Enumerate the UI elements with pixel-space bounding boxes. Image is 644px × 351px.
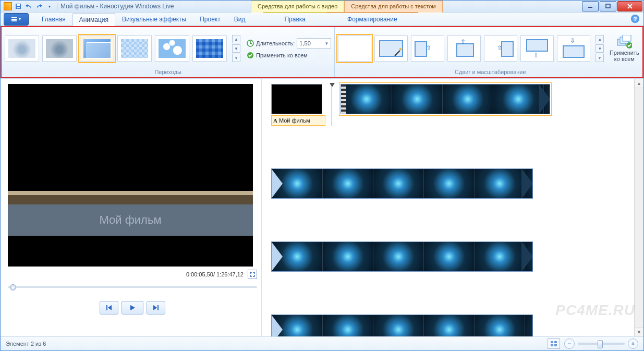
undo-icon[interactable] [25,2,33,10]
zoom-in-button[interactable]: + [628,338,638,349]
ribbon-tab-strip: Главная Анимация Визуальные эффекты Прое… [1,13,643,26]
panzoom-out-up[interactable]: ⇧ [520,35,554,62]
panzoom-in-left[interactable]: ⇧ [411,35,444,62]
clip-3[interactable] [271,241,533,272]
seek-knob[interactable] [10,284,16,291]
panzoom-auto[interactable] [374,35,408,62]
clip-1[interactable] [341,84,550,114]
scroll-down-icon[interactable]: ▼ [635,327,643,336]
duration-input[interactable]: 1,50 ▼ [297,38,331,49]
timeline-row-1: A Мой фильм [271,84,637,126]
tab-view[interactable]: Вид [227,13,252,26]
apply-all-icon [247,52,254,59]
group-pan-zoom: ⇧ ⇧ ⇧ ⇧ ⇩ ▲ ▼ ▾ Применить ко всем Сдвиг … [335,27,644,77]
tab-visual-effects[interactable]: Визуальные эффекты [115,13,193,26]
tab-project[interactable]: Проект [193,13,227,26]
gallery-more-icon[interactable]: ▾ [232,54,240,62]
close-button[interactable] [617,1,642,11]
transition-thumb-2[interactable] [42,35,77,62]
app-icon [4,2,12,10]
panzoom-none[interactable] [338,35,371,62]
group-label-panzoom: Сдвиг и масштабирование [338,68,642,76]
svg-rect-17 [554,341,557,343]
panzoom-out-down[interactable]: ⇩ [557,35,590,62]
svg-rect-5 [11,17,17,18]
fullscreen-button[interactable] [248,270,257,279]
gallery-up-icon[interactable]: ▲ [232,35,240,43]
contextual-tabs: Средства для работы с видео Средства для… [251,1,443,12]
maximize-button[interactable] [600,1,616,11]
apply-all-stack-icon [616,35,632,49]
play-button[interactable] [121,301,143,314]
gallery-more-icon[interactable]: ▾ [596,54,604,62]
svg-rect-16 [551,341,553,343]
svg-rect-18 [551,344,553,346]
clip-4[interactable] [271,314,533,336]
transition-thumb-6[interactable] [192,35,227,62]
file-menu-button[interactable] [4,13,29,26]
prev-frame-button[interactable] [100,301,118,314]
redo-icon[interactable] [35,2,43,10]
gallery-up-icon[interactable]: ▲ [596,35,604,43]
panzoom-in-right[interactable]: ⇧ [484,35,517,62]
preview-scene-band [8,191,253,195]
svg-rect-6 [11,19,17,20]
apply-all-panzoom[interactable]: Применить ко всем [606,35,642,62]
playback-controls [8,301,257,314]
tab-animation[interactable]: Анимация [72,13,115,26]
svg-rect-15 [157,305,159,310]
transition-thumb-selected[interactable] [80,35,114,62]
context-tab-video[interactable]: Средства для работы с видео [251,1,344,13]
timeline[interactable]: A Мой фильм [262,79,643,336]
zoom-out-button[interactable]: − [564,338,575,349]
workspace: Мой фильм 0:00:05,50/ 1:26:47,12 [1,78,643,336]
next-frame-button[interactable] [147,301,165,314]
quick-access-toolbar: ▾ [14,2,54,10]
transition-thumb-5[interactable] [155,35,189,62]
svg-rect-1 [17,4,20,6]
qat-more-icon[interactable]: ▾ [45,2,54,10]
svg-rect-14 [106,305,107,310]
status-text: Элемент 2 из 6 [6,341,46,347]
zoom-slider[interactable] [578,343,625,345]
tab-home[interactable]: Главная [35,13,72,26]
preview-pane: Мой фильм 0:00:05,50/ 1:26:47,12 [1,79,261,336]
title-clip-caption[interactable]: A Мой фильм [271,115,325,126]
clip-2[interactable] [271,168,533,199]
context-tab-text[interactable]: Средства для работы с текстом [344,1,443,13]
title-clip[interactable]: A Мой фильм [271,84,325,126]
fullscreen-icon [250,272,255,277]
scroll-up-icon[interactable]: ▲ [635,79,643,88]
transition-thumb-1[interactable] [5,35,39,62]
save-icon[interactable] [14,2,22,10]
title-separator [57,3,57,10]
wand-icon [394,47,403,57]
gallery-down-icon[interactable]: ▼ [596,44,604,53]
svg-rect-19 [554,344,557,346]
window-controls [581,1,642,11]
tab-format[interactable]: Форматирование [326,12,418,26]
svg-rect-2 [17,7,20,8]
duration-row: Длительность: 1,50 ▼ [247,38,331,49]
timeline-pane: A Мой фильм [261,79,643,336]
status-right: − + [548,338,638,349]
transition-thumb-4[interactable] [117,35,152,62]
minimize-button[interactable] [582,1,599,11]
apply-all-transitions[interactable]: Применить ко всем [247,52,331,59]
titlebar: ▾ Мой фильм - Киностудия Windows Live Ср… [1,1,643,13]
panzoom-in-center[interactable]: ⇧ [447,35,481,62]
help-button[interactable]: ? [631,15,639,23]
zoom-knob[interactable] [598,340,603,348]
thumbnail-size-button[interactable] [548,338,560,349]
svg-rect-3 [588,7,592,8]
playhead[interactable] [332,84,335,126]
clock-icon [247,40,254,47]
seek-slider[interactable] [8,284,257,289]
zoom-control: − + [564,338,638,349]
preview-video[interactable]: Мой фильм [8,84,253,267]
vertical-scrollbar[interactable]: ▲ ▼ [634,79,643,336]
time-row: 0:00:05,50/ 1:26:47,12 [8,270,257,279]
tab-edit[interactable]: Правка [263,12,326,26]
gallery-down-icon[interactable]: ▼ [232,44,240,53]
ribbon-body: ▲ ▼ ▾ Длительность: 1,50 ▼ [1,26,643,78]
